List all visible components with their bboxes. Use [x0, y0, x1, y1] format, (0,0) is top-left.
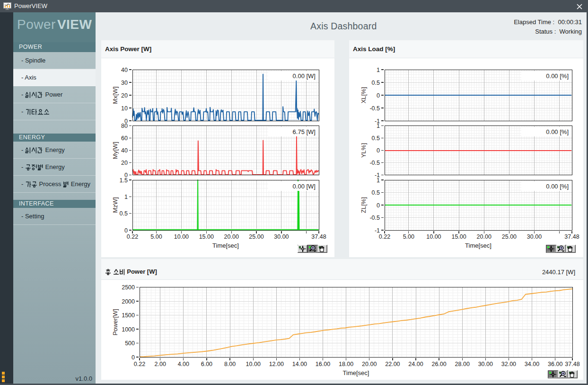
svg-text:32.00: 32.00	[501, 361, 516, 367]
svg-text:10.00: 10.00	[426, 233, 441, 240]
svg-text:0: 0	[377, 202, 380, 209]
svg-text:0.00 [%]: 0.00 [%]	[546, 128, 569, 135]
svg-text:0: 0	[377, 92, 380, 99]
svg-text:1: 1	[124, 194, 128, 200]
svg-text:18.00: 18.00	[339, 361, 353, 367]
svg-text:-0.5: -0.5	[369, 215, 380, 221]
svg-text:60: 60	[121, 135, 128, 142]
svg-text:0.22: 0.22	[134, 361, 145, 367]
svg-text:Time[sec]: Time[sec]	[465, 242, 491, 249]
svg-text:10.00: 10.00	[174, 233, 189, 240]
svg-text:0.5: 0.5	[120, 210, 128, 217]
svg-text:1: 1	[377, 177, 380, 184]
svg-text:14.00: 14.00	[292, 361, 307, 367]
svg-text:500: 500	[125, 340, 135, 347]
svg-text:4.00: 4.00	[178, 361, 189, 367]
svg-text:15.00: 15.00	[199, 233, 214, 240]
svg-text:25.00: 25.00	[502, 233, 517, 240]
svg-text:1: 1	[377, 67, 380, 73]
svg-text:5.00: 5.00	[403, 233, 414, 240]
svg-text:30.00: 30.00	[527, 233, 542, 240]
svg-text:0.5: 0.5	[372, 80, 380, 86]
svg-text:0.00 [W]: 0.00 [W]	[293, 72, 316, 80]
svg-text:My[W]: My[W]	[112, 142, 119, 159]
svg-text:30.00: 30.00	[274, 233, 289, 240]
svg-text:1: 1	[377, 123, 380, 129]
svg-text:6.75 [W]: 6.75 [W]	[293, 128, 316, 135]
svg-text:0.22: 0.22	[379, 233, 390, 240]
svg-text:37.48: 37.48	[565, 361, 579, 367]
svg-text:22.00: 22.00	[385, 361, 400, 367]
svg-text:20: 20	[121, 92, 128, 99]
svg-text:2000: 2000	[122, 298, 135, 305]
svg-text:16.00: 16.00	[316, 361, 330, 367]
svg-text:15.00: 15.00	[451, 233, 466, 240]
svg-text:2.00: 2.00	[155, 361, 166, 367]
svg-text:2500: 2500	[122, 284, 135, 291]
svg-text:0.5: 0.5	[372, 189, 380, 196]
svg-text:20.00: 20.00	[477, 233, 491, 240]
svg-text:0: 0	[132, 354, 135, 361]
svg-text:26.00: 26.00	[431, 361, 446, 367]
svg-text:1500: 1500	[122, 312, 135, 319]
svg-text:80: 80	[121, 123, 128, 129]
svg-text:0.00 [%]: 0.00 [%]	[546, 72, 569, 80]
svg-text:1.5: 1.5	[120, 177, 128, 184]
svg-text:XL[%]: XL[%]	[360, 87, 367, 104]
svg-text:20: 20	[121, 160, 128, 166]
svg-text:0.00 [W]: 0.00 [W]	[293, 183, 316, 190]
svg-text:28.00: 28.00	[455, 361, 470, 367]
svg-text:-0.5: -0.5	[369, 105, 380, 112]
svg-text:37.48: 37.48	[564, 233, 579, 240]
svg-text:40: 40	[121, 67, 128, 73]
svg-text:30: 30	[121, 80, 128, 86]
svg-text:YL%]: YL%]	[360, 143, 367, 158]
svg-text:MzW]: MzW]	[112, 197, 119, 213]
svg-text:-1: -1	[375, 227, 380, 234]
svg-text:10: 10	[121, 105, 128, 112]
svg-text:Time[sec]: Time[sec]	[343, 369, 369, 376]
svg-text:12.00: 12.00	[269, 361, 284, 367]
svg-text:20.00: 20.00	[224, 233, 239, 240]
svg-text:1000: 1000	[122, 326, 135, 333]
svg-text:Mx[W]: Mx[W]	[112, 87, 119, 104]
svg-text:25.00: 25.00	[249, 233, 263, 240]
svg-text:10.00: 10.00	[246, 361, 261, 367]
svg-text:-0.5: -0.5	[369, 160, 380, 166]
svg-text:8.00: 8.00	[224, 361, 236, 367]
svg-text:0.22: 0.22	[127, 233, 138, 240]
svg-text:ZL[%]: ZL[%]	[360, 197, 367, 213]
svg-text:20.00: 20.00	[362, 361, 377, 367]
svg-text:40: 40	[121, 147, 128, 154]
svg-text:36.00: 36.00	[548, 361, 562, 367]
svg-text:0: 0	[377, 147, 380, 154]
svg-text:30.00: 30.00	[478, 361, 493, 367]
svg-text:5.00: 5.00	[150, 233, 162, 240]
svg-text:Time[sec]: Time[sec]	[212, 242, 239, 249]
svg-text:Power[W]: Power[W]	[112, 309, 119, 335]
svg-text:0: 0	[124, 227, 128, 234]
svg-text:0.5: 0.5	[372, 135, 380, 142]
svg-text:34.00: 34.00	[525, 361, 539, 367]
svg-text:6.00: 6.00	[201, 361, 212, 367]
svg-text:0.00 [%]: 0.00 [%]	[546, 183, 569, 190]
svg-text:37.48: 37.48	[311, 233, 326, 240]
svg-text:24.00: 24.00	[408, 361, 423, 367]
